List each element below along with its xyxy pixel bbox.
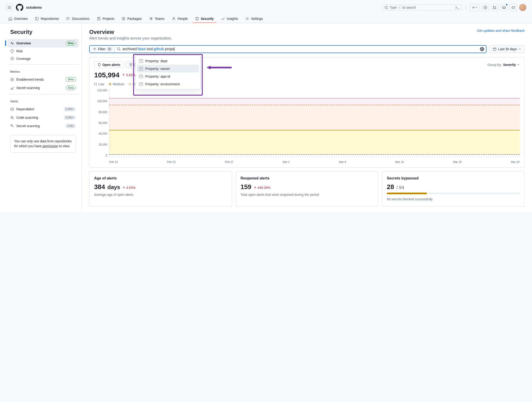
svg-point-8	[513, 7, 514, 8]
progress-bar	[387, 193, 520, 194]
chevron-down-icon	[519, 48, 521, 50]
shield-x-icon	[129, 63, 133, 66]
sidebar-title: Security	[7, 29, 79, 35]
copilot-button[interactable]	[510, 4, 517, 11]
dropdown-item-owner[interactable]: Property: owner	[137, 65, 199, 72]
filter-count-badge: 2	[107, 47, 112, 51]
svg-point-5	[495, 8, 496, 9]
svg-point-7	[513, 7, 513, 8]
sidebar-item-secret-scanning[interactable]: Secret scanning 3,581	[7, 122, 79, 130]
alerts-chart: 120,000 100,000 80,000 60,000 40,000 20,…	[94, 89, 520, 164]
calendar-icon	[493, 47, 496, 51]
clear-search-button[interactable]: ✕	[480, 47, 484, 51]
open-alerts-tab[interactable]: Open alerts	[94, 61, 124, 68]
total-alerts-count: 105,994	[94, 71, 119, 79]
svg-rect-25	[96, 84, 97, 85]
codescan-icon	[10, 116, 14, 119]
svg-point-26	[109, 83, 111, 85]
user-avatar[interactable]	[519, 4, 526, 11]
permission-info: You can only see data from repositories …	[10, 135, 76, 153]
pull-requests-button[interactable]	[491, 4, 498, 11]
svg-point-12	[151, 18, 152, 19]
trend-indicator: 3.82%	[122, 73, 135, 77]
svg-rect-24	[94, 84, 95, 85]
tab-teams[interactable]: Teams	[146, 15, 167, 23]
shield-icon	[98, 63, 101, 66]
hamburger-menu[interactable]	[6, 4, 13, 11]
tab-settings[interactable]: Settings	[243, 15, 266, 23]
autocomplete-dropdown: Property: dept Property: owner Property:…	[135, 55, 201, 90]
date-range-button[interactable]: Last 30 days	[489, 45, 525, 53]
tab-repositories[interactable]: Repositories	[32, 15, 62, 23]
filter-button[interactable]: Filter 2	[90, 45, 115, 52]
count-badge: 5,000+	[63, 107, 76, 111]
dropdown-item-app-id[interactable]: Property: app-id	[137, 72, 199, 80]
search-icon	[117, 47, 121, 51]
sidebar-item-coverage[interactable]: Coverage	[7, 55, 79, 62]
secrets-bypassed-card: Secrets bypassed 28 / 94 66 secrets bloc…	[382, 171, 525, 207]
github-logo-icon[interactable]	[16, 4, 23, 11]
property-icon	[139, 59, 143, 63]
sidebar-item-enablement[interactable]: Enablement trends Beta	[7, 75, 79, 84]
annotation-arrow	[206, 65, 232, 70]
group-by-selector[interactable]: Group by: Severity	[488, 63, 520, 67]
page-subtitle: Alert trends and insights across your or…	[89, 36, 172, 40]
sidebar-item-code-scanning[interactable]: Code scanning 5,000+	[7, 113, 79, 122]
svg-point-11	[150, 18, 151, 19]
slash-key: /	[398, 6, 401, 9]
dropdown-item-dept[interactable]: Property: dept	[137, 57, 199, 65]
issues-button[interactable]	[481, 4, 489, 11]
svg-point-4	[493, 8, 494, 9]
dependabot-icon	[10, 107, 14, 111]
tab-security[interactable]: Security	[192, 15, 216, 23]
svg-rect-10	[97, 17, 100, 20]
feedback-link[interactable]: Get updates and share feedback	[477, 29, 525, 32]
org-name[interactable]: octodemo	[26, 6, 42, 9]
filter-search-input[interactable]: archived:false tool:github props ✕	[115, 45, 486, 52]
meter-icon	[10, 57, 14, 60]
reopened-alerts-card: Reopened alerts 159 448.28% Total open a…	[236, 171, 378, 207]
svg-point-3	[493, 6, 494, 7]
alerts-heading: Alerts	[7, 96, 79, 105]
svg-rect-21	[493, 48, 496, 51]
tab-projects[interactable]: Projects	[94, 15, 117, 23]
notification-dot	[506, 4, 508, 6]
dropdown-item-environment[interactable]: Property: environment	[137, 80, 199, 88]
sidebar-item-risk[interactable]: Risk	[7, 47, 79, 55]
shield-icon	[10, 49, 14, 53]
svg-rect-6	[512, 6, 515, 8]
global-search[interactable]: Type / to search	[382, 4, 462, 11]
svg-rect-23	[96, 83, 97, 84]
svg-point-14	[247, 18, 248, 19]
tab-people[interactable]: People	[169, 15, 190, 23]
sidebar-item-overview[interactable]: Overview Beta	[7, 39, 79, 47]
svg-point-18	[11, 116, 13, 118]
page-title: Overview	[89, 29, 172, 35]
inbox-button[interactable]	[500, 4, 508, 11]
create-new-button[interactable]	[469, 4, 480, 11]
svg-point-2	[485, 7, 486, 8]
command-palette-icon	[456, 6, 460, 9]
chevron-down-icon	[517, 64, 520, 66]
search-icon	[384, 6, 388, 9]
tab-packages[interactable]: Packages	[119, 15, 144, 23]
pulse-icon	[10, 41, 14, 45]
svg-rect-17	[11, 108, 13, 110]
sidebar-item-dependabot[interactable]: Dependabot 5,000+	[7, 105, 79, 113]
svg-point-13	[173, 17, 174, 19]
age-of-alerts-card: Age of alerts 384days 4.63% Average age …	[89, 171, 232, 207]
beta-badge: Beta	[66, 41, 76, 45]
metrics-heading: Metrics	[7, 66, 79, 75]
graph-icon	[10, 86, 14, 90]
trend-icon	[10, 78, 14, 81]
filter-icon	[93, 47, 96, 51]
svg-point-27	[129, 83, 131, 85]
tab-overview[interactable]: Overview	[6, 15, 30, 23]
tab-discussions[interactable]: Discussions	[63, 15, 92, 23]
svg-rect-9	[36, 17, 38, 20]
svg-rect-22	[94, 83, 95, 84]
sidebar-item-secret-metrics[interactable]: Secret scanning Beta	[7, 84, 79, 92]
tab-insights[interactable]: Insights	[218, 15, 241, 23]
key-icon	[10, 124, 14, 128]
